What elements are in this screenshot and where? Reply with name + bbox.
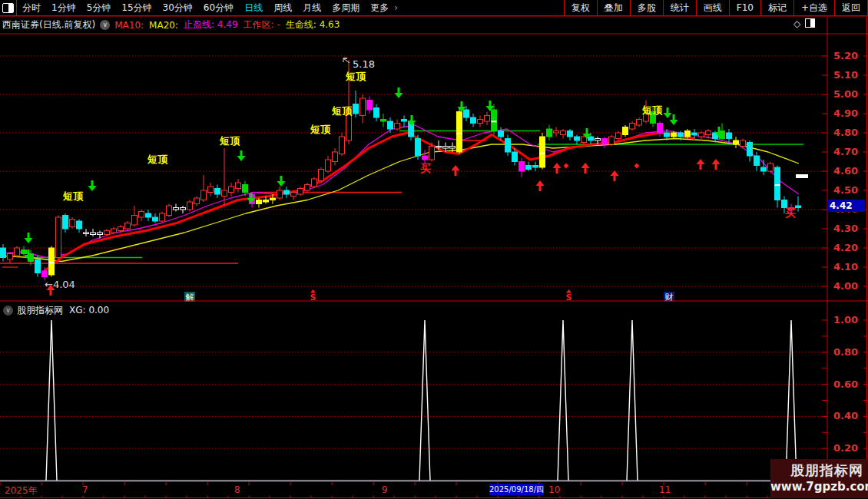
price-tick-label: 4.10	[833, 261, 866, 273]
sub-tick-label: 0.20	[833, 442, 866, 454]
price-tick-label: 5.10	[833, 69, 866, 81]
time-axis-month-label: 7	[82, 484, 88, 495]
svg-text:短顶: 短顶	[345, 71, 366, 82]
svg-text:短顶: 短顶	[310, 124, 331, 135]
price-tick-label: 4.30	[833, 223, 866, 234]
svg-text:买: 买	[420, 162, 431, 174]
svg-text:买: 买	[785, 207, 796, 219]
site-watermark: 股朋指标网 www.7gpzb.com	[770, 459, 868, 498]
sub-indicator-name: 股朋指标网	[17, 304, 63, 317]
time-axis-month-label: 8	[234, 484, 240, 495]
time-axis-month-label: 10	[548, 484, 560, 495]
svg-text:短顶: 短顶	[219, 135, 240, 147]
last-price-marker: 4.42	[827, 200, 865, 212]
sub-tick-label: 0.40	[833, 410, 866, 421]
sub-indicator-header: ∨ 股朋指标网 XG: 0.00	[0, 304, 109, 316]
price-tick-label: 4.00	[833, 280, 866, 292]
sub-tick-label: 0.60	[833, 378, 866, 390]
price-tick-label: 4.80	[833, 127, 866, 138]
sub-tick-label: 1.00	[833, 314, 866, 326]
price-tick-label: 5.20	[833, 50, 866, 61]
chevron-down-icon[interactable]: ∨	[3, 306, 13, 316]
svg-text:短顶: 短顶	[641, 104, 663, 116]
watermark-site-name: 股朋指标网	[770, 461, 863, 480]
sub-tick-label: 0.80	[833, 346, 866, 358]
watermark-url: www.7gpzb.com	[770, 480, 863, 494]
chart-canvas[interactable]: 短顶短顶短顶短顶短顶短顶短顶5.18←4.04买买解SS财	[0, 0, 868, 499]
trading-app-window: 分时 1分钟 5分钟 15分钟 30分钟 60分钟 日线 周线 月线 多周期 更…	[0, 0, 868, 499]
time-axis-month-label: 9	[382, 484, 388, 495]
kline-and-signal-chart[interactable]: 短顶短顶短顶短顶短顶短顶短顶5.18←4.04买买解SS财	[0, 0, 868, 499]
svg-text:←4.04: ←4.04	[45, 279, 75, 290]
price-tick-label: 4.50	[833, 184, 866, 196]
selected-date-badge: 2025/09/18/四	[489, 484, 544, 495]
price-tick-label: 4.20	[833, 242, 866, 253]
sub-indicator-value: XG: 0.00	[69, 305, 109, 316]
svg-text:短顶: 短顶	[147, 154, 168, 165]
price-tick-label: 4.60	[833, 165, 866, 177]
price-tick-label: 4.90	[833, 107, 866, 119]
svg-text:短顶: 短顶	[62, 190, 84, 202]
svg-text:短顶: 短顶	[331, 105, 353, 117]
price-tick-label: 5.00	[833, 88, 866, 100]
time-axis-month-label: 11	[659, 484, 671, 495]
svg-text:5.18: 5.18	[353, 58, 375, 70]
price-tick-label: 4.70	[833, 146, 866, 157]
time-axis-year: 2025年	[5, 484, 38, 497]
